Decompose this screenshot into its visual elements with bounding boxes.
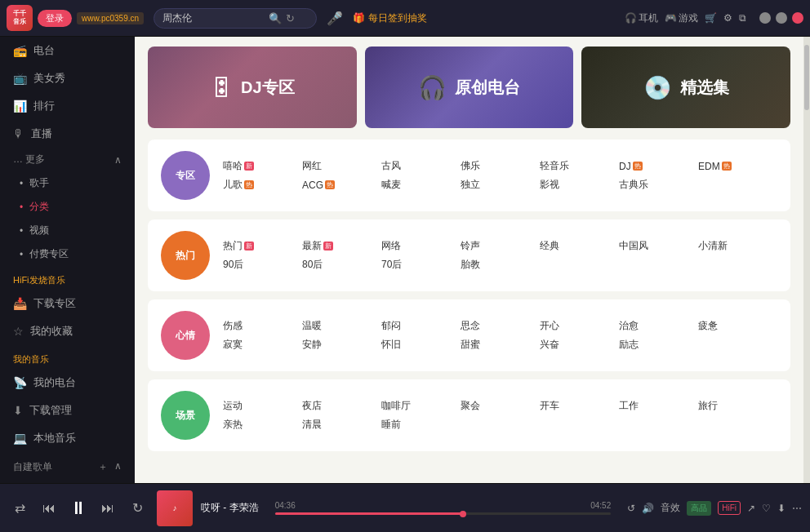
microphone-button[interactable]: 🎤: [327, 11, 343, 26]
cat-tag[interactable]: 经典: [540, 239, 619, 253]
maximize-button[interactable]: □: [776, 12, 787, 24]
settings-icon[interactable]: ⚙: [723, 12, 732, 24]
banner-radio[interactable]: 🎧 原创电台: [365, 47, 574, 128]
sound-effect-button[interactable]: 音效: [661, 501, 680, 515]
sidebar-item-download[interactable]: 📥 下载专区: [0, 290, 135, 317]
cat-tag[interactable]: 热门新: [223, 239, 302, 253]
sidebar-item-chart[interactable]: 📊 排行: [0, 92, 135, 120]
add-playlist-button[interactable]: ＋: [98, 460, 108, 474]
minimize-button[interactable]: —: [759, 12, 771, 24]
sidebar-item-dl-mgmt[interactable]: ⬇ 下载管理: [0, 397, 135, 424]
sidebar-item-local[interactable]: 💻 本地音乐: [0, 424, 135, 452]
cat-tag[interactable]: 怀旧: [381, 338, 461, 352]
previous-button[interactable]: ⏮: [38, 497, 60, 520]
cat-tag[interactable]: 运动: [223, 399, 302, 413]
cat-tag[interactable]: 伤感: [223, 319, 302, 333]
cat-tag[interactable]: 甜蜜: [461, 338, 540, 352]
cat-tag[interactable]: 开车: [540, 399, 619, 413]
cat-tag[interactable]: 亲热: [223, 418, 302, 432]
sidebar-sub-singer[interactable]: • 歌手: [0, 171, 135, 195]
volume-button[interactable]: 🔊: [642, 503, 654, 514]
gift2-icon[interactable]: 🛒: [705, 12, 717, 24]
cat-tag[interactable]: 佛乐: [461, 159, 540, 173]
cat-tag[interactable]: 工作: [619, 399, 698, 413]
cat-tag[interactable]: 小清新: [698, 239, 777, 253]
cat-tag[interactable]: 网络: [381, 239, 461, 253]
sidebar-item-my-radio[interactable]: 📡 我的电台: [0, 369, 135, 397]
refresh-icon[interactable]: ↻: [286, 12, 295, 24]
sidebar-sub-paid[interactable]: • 付费专区: [0, 242, 135, 266]
cat-tag[interactable]: 睡前: [381, 418, 461, 432]
cat-tag[interactable]: 治愈: [619, 319, 698, 333]
cat-tag[interactable]: 80后: [302, 258, 381, 272]
cat-tag[interactable]: 安静: [302, 338, 381, 352]
cat-tag[interactable]: 最新新: [302, 239, 381, 253]
cat-tag[interactable]: 温暖: [302, 319, 381, 333]
search-input[interactable]: [162, 12, 269, 24]
cat-tag[interactable]: 胎教: [461, 258, 540, 272]
banner-dj[interactable]: 🎛 DJ专区: [148, 47, 357, 128]
sidebar-sub-video[interactable]: • 视频: [0, 219, 135, 242]
collapse-playlist-button[interactable]: ∧: [114, 460, 122, 474]
more-options-button[interactable]: ⋯: [792, 503, 802, 514]
cat-tag[interactable]: 铃声: [461, 239, 540, 253]
cat-tag[interactable]: 寂寞: [223, 338, 302, 352]
cat-tag[interactable]: DJ热: [619, 159, 698, 173]
cat-tag[interactable]: 喊麦: [381, 178, 461, 192]
cat-tag[interactable]: 嘻哈新: [223, 159, 302, 173]
gift-button[interactable]: 🎁 每日签到抽奖: [353, 11, 427, 25]
scrollbar[interactable]: [803, 37, 810, 483]
cat-tag[interactable]: 70后: [381, 258, 461, 272]
pause-button[interactable]: ⏸: [67, 497, 90, 520]
cat-tag[interactable]: 儿歌热: [223, 178, 302, 192]
favorite-button[interactable]: ♡: [762, 503, 771, 514]
games-button[interactable]: 🎮 游戏: [665, 11, 698, 25]
cat-tag[interactable]: 清晨: [302, 418, 381, 432]
cat-tag[interactable]: ACG热: [302, 178, 381, 192]
download-button[interactable]: ⬇: [777, 503, 786, 514]
cat-tag[interactable]: 旅行: [698, 399, 777, 413]
cat-tag[interactable]: 兴奋: [540, 338, 619, 352]
cat-tag[interactable]: 咖啡厅: [381, 399, 461, 413]
loop-button[interactable]: ↻: [126, 497, 149, 520]
cat-tag[interactable]: 独立: [461, 178, 540, 192]
cat-tag[interactable]: 励志: [619, 338, 698, 352]
download-icon: 📥: [13, 297, 27, 310]
repeat-button[interactable]: ↺: [627, 503, 635, 514]
cat-tag[interactable]: 思念: [461, 319, 540, 333]
sidebar-item-radio[interactable]: 📻 电台: [0, 37, 135, 64]
dot-icon: •: [20, 249, 23, 260]
cat-tag[interactable]: 开心: [540, 319, 619, 333]
sidebar-item-default-list[interactable]: ☰ 默认列表: [0, 477, 135, 483]
cat-tag[interactable]: EDM热: [698, 159, 777, 173]
banner-select[interactable]: 💿 精选集: [581, 47, 790, 128]
cat-tag[interactable]: 夜店: [302, 399, 381, 413]
close-button[interactable]: ✕: [792, 12, 803, 24]
cat-tag[interactable]: 90后: [223, 258, 302, 272]
cat-tag[interactable]: 疲惫: [698, 319, 777, 333]
share2-icon[interactable]: ⧉: [739, 12, 746, 24]
shuffle-button[interactable]: ⇄: [8, 497, 31, 520]
search-bar[interactable]: 🔍 ↻: [154, 8, 317, 29]
next-button[interactable]: ⏭: [96, 497, 119, 520]
sidebar-item-label: 电台: [33, 43, 55, 58]
cat-tag[interactable]: 古典乐: [619, 178, 698, 192]
progress-bar[interactable]: [275, 512, 612, 515]
cat-tag[interactable]: 古风: [381, 159, 461, 173]
cat-tag[interactable]: 网红: [302, 159, 381, 173]
login-button[interactable]: 登录: [38, 10, 72, 27]
cat-tag[interactable]: 郁闷: [381, 319, 461, 333]
sidebar-item-beauty[interactable]: 📺 美女秀: [0, 64, 135, 92]
sidebar-item-favorites[interactable]: ☆ 我的收藏: [0, 317, 135, 345]
cat-tag[interactable]: 中国风: [619, 239, 698, 253]
cat-tag[interactable]: 聚会: [461, 399, 540, 413]
sidebar-more[interactable]: … 更多 ∧: [0, 148, 135, 171]
progress-dot[interactable]: [460, 511, 466, 517]
cat-tag[interactable]: 影视: [540, 178, 619, 192]
sidebar-item-live[interactable]: 🎙 直播: [0, 120, 135, 148]
headphones-button[interactable]: 🎧 耳机: [625, 11, 658, 25]
share-button[interactable]: ↗: [747, 503, 755, 514]
scrollbar-thumb[interactable]: [804, 45, 809, 110]
sidebar-sub-category[interactable]: • 分类: [0, 195, 135, 219]
cat-tag[interactable]: 轻音乐: [540, 159, 619, 173]
